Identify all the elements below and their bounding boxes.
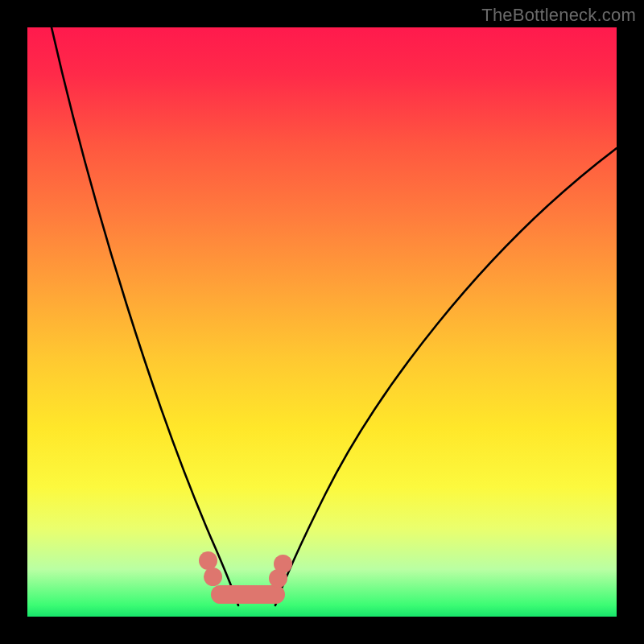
curve-left	[52, 27, 238, 605]
curve-layer	[27, 27, 617, 617]
watermark-text: TheBottleneck.com	[481, 5, 636, 26]
plot-area	[27, 27, 617, 617]
curve-right	[275, 148, 617, 605]
chart-frame: TheBottleneck.com	[0, 0, 644, 644]
